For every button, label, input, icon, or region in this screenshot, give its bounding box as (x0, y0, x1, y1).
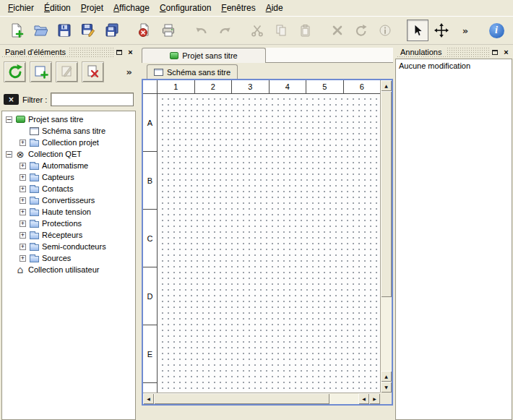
menu-affichage[interactable]: Affichage (108, 1, 155, 15)
scroll-left-button[interactable] (143, 393, 154, 404)
schema-tab-label: Schéma sans titre (167, 68, 230, 77)
tree-item-schema-sans-titre[interactable]: Schéma sans titre (2, 125, 135, 137)
scroll-left-button-2[interactable] (358, 393, 369, 404)
rotate-button[interactable] (350, 20, 372, 41)
about-button[interactable] (486, 20, 507, 41)
new-file-button[interactable] (6, 20, 27, 41)
tree-item-contacts[interactable]: Contacts (2, 183, 135, 194)
scroll-right-button[interactable] (369, 393, 380, 404)
save-all-button[interactable] (101, 20, 123, 41)
column-header: 6 (344, 80, 381, 93)
float-panel-button[interactable] (489, 48, 500, 57)
mdi-bottom-strip (142, 406, 393, 420)
expand-icon[interactable] (20, 174, 26, 181)
expand-icon[interactable] (20, 197, 26, 204)
collapse-icon[interactable] (6, 151, 12, 158)
close-panel-button[interactable] (501, 48, 512, 57)
tree-item-collection-projet[interactable]: Collection projet (2, 137, 135, 148)
save-all-icon (105, 23, 119, 38)
vertical-scroll-thumb[interactable] (381, 91, 392, 297)
horizontal-scroll-thumb[interactable] (154, 393, 329, 404)
expand-icon[interactable] (20, 232, 26, 239)
elements-tree: Projet sans titre Schéma sans titre Coll… (1, 111, 136, 420)
about-info-icon (489, 23, 504, 38)
print-button[interactable] (158, 20, 179, 41)
toolbar-overflow-button[interactable] (454, 20, 476, 41)
open-file-button[interactable] (30, 20, 51, 41)
reload-collections-button[interactable] (4, 61, 26, 82)
tree-item-label: Semi-conducteurs (42, 242, 106, 251)
edit-element-button[interactable] (56, 61, 78, 82)
collapse-icon[interactable] (6, 116, 12, 123)
expand-icon[interactable] (20, 140, 26, 146)
tree-item-projet-sans-titre[interactable]: Projet sans titre (2, 113, 135, 125)
vertical-scrollbar[interactable] (380, 80, 392, 393)
qelectrotech-window: Fichier Édition Projet Affichage Configu… (0, 0, 513, 420)
redo-button[interactable] (214, 20, 236, 41)
save-as-button[interactable] (77, 20, 99, 41)
tab-schema-sans-titre[interactable]: Schéma sans titre (147, 64, 238, 79)
delete-element-button[interactable] (82, 61, 104, 82)
filter-input[interactable] (51, 93, 134, 106)
cut-button[interactable] (246, 20, 268, 41)
undo-panel-titlebar[interactable]: Annulations (397, 46, 512, 58)
float-panel-button[interactable] (113, 48, 124, 57)
tree-item-protections[interactable]: Protections (2, 218, 135, 229)
schema-canvas[interactable] (158, 94, 380, 393)
menu-aide[interactable]: Aide (261, 1, 288, 15)
tree-item-collection-utilisateur[interactable]: Collection utilisateur (2, 264, 135, 275)
tree-item-label: Protections (42, 219, 82, 228)
tab-projet-sans-titre[interactable]: Projet sans titre (142, 48, 266, 63)
save-icon (57, 23, 72, 38)
tree-item-label: Haute tension (42, 207, 91, 216)
tree-item-label: Schéma sans titre (42, 127, 105, 135)
undo-button[interactable] (190, 20, 212, 41)
scroll-up-button[interactable] (381, 80, 392, 91)
close-panel-button[interactable] (125, 48, 136, 57)
menu-configuration[interactable]: Configuration (155, 1, 216, 15)
menu-fichier[interactable]: Fichier (3, 1, 39, 15)
tree-item-capteurs[interactable]: Capteurs (2, 171, 135, 183)
expand-icon[interactable] (20, 244, 26, 250)
tree-item-haute-tension[interactable]: Haute tension (2, 206, 135, 218)
scroll-down-button[interactable] (381, 382, 392, 393)
tree-item-semi-conducteurs[interactable]: Semi-conducteurs (2, 241, 135, 252)
column-header: 3 (232, 80, 270, 93)
select-mode-button[interactable] (407, 20, 428, 41)
move-mode-button[interactable] (431, 20, 452, 41)
info-button[interactable] (374, 20, 396, 41)
expand-icon[interactable] (20, 220, 26, 227)
column-header: 4 (270, 80, 307, 93)
tree-item-collection-qet[interactable]: Collection QET (2, 148, 135, 160)
tree-item-sources[interactable]: Sources (2, 252, 135, 264)
tree-item-convertisseurs[interactable]: Convertisseurs (2, 194, 135, 206)
edit-toolbar-group (327, 20, 396, 41)
expand-icon[interactable] (20, 186, 26, 192)
horizontal-scroll-track[interactable] (329, 393, 358, 404)
close-icon (128, 48, 132, 56)
menu-edition[interactable]: Édition (39, 1, 76, 15)
close-file-button[interactable] (134, 20, 155, 41)
copy-button[interactable] (270, 20, 292, 41)
mdi-area: Projet sans titre Schéma sans titre 1 2 (137, 45, 395, 420)
delete-button[interactable] (327, 20, 348, 41)
tree-item-automatisme[interactable]: Automatisme (2, 160, 135, 171)
menu-fenetres[interactable]: Fenêtres (216, 1, 260, 15)
expand-icon[interactable] (20, 163, 26, 169)
menu-projet[interactable]: Projet (76, 1, 108, 15)
save-button[interactable] (53, 20, 75, 41)
paste-button[interactable] (294, 20, 316, 41)
cut-icon (251, 24, 264, 37)
horizontal-scrollbar[interactable] (143, 393, 380, 404)
new-element-button[interactable] (30, 61, 52, 82)
vertical-scroll-track[interactable] (381, 297, 392, 371)
expand-icon[interactable] (20, 255, 26, 262)
tree-item-label: Collection QET (28, 150, 82, 158)
elements-panel-titlebar[interactable]: Panel d'éléments (1, 46, 136, 58)
expand-icon[interactable] (20, 209, 26, 215)
tree-item-recepteurs[interactable]: Récepteurs (2, 229, 135, 241)
clear-filter-button[interactable] (4, 94, 19, 105)
scroll-up-button-2[interactable] (381, 371, 392, 382)
folder-icon (29, 231, 39, 239)
panel-overflow-button[interactable] (126, 67, 132, 77)
